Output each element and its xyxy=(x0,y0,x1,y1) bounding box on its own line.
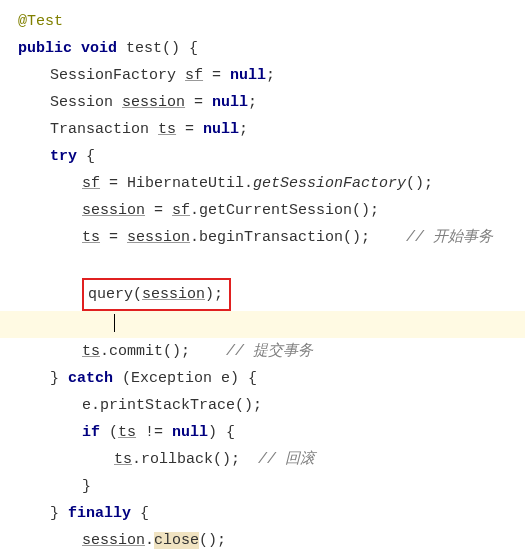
print-stack: e.printStackTrace(); xyxy=(82,397,262,414)
var-session: session xyxy=(127,229,190,246)
type: Session xyxy=(50,94,113,111)
keyword-null: null xyxy=(172,424,208,441)
static-call: getSessionFactory xyxy=(253,175,406,192)
var-ts: ts xyxy=(82,343,100,360)
code-line: public void test() { xyxy=(18,35,525,62)
keyword-null: null xyxy=(203,121,239,138)
code-line: ts.rollback(); // 回滚 xyxy=(18,446,525,473)
var-session: session xyxy=(82,202,145,219)
code-line: SessionFactory sf = null; xyxy=(18,62,525,89)
var-ts: ts xyxy=(82,229,100,246)
var-ts: ts xyxy=(158,121,176,138)
highlight-box: query(session); xyxy=(82,278,231,311)
keyword-catch: catch xyxy=(68,370,113,387)
var-session: session xyxy=(142,286,205,303)
keyword-null: null xyxy=(230,67,266,84)
brace: } xyxy=(82,478,91,495)
code-line: session.close(); xyxy=(18,527,525,554)
text-cursor-icon xyxy=(114,314,115,332)
code-line: Session session = null; xyxy=(18,89,525,116)
var-ts: ts xyxy=(114,451,132,468)
code-line: } xyxy=(18,473,525,500)
code-line xyxy=(18,251,525,278)
keyword-public: public xyxy=(18,40,72,57)
code-line: Transaction ts = null; xyxy=(18,116,525,143)
code-line: try { xyxy=(18,143,525,170)
code-line: sf = HibernateUtil.getSessionFactory(); xyxy=(18,170,525,197)
var-ts: ts xyxy=(118,424,136,441)
comment: // 提交事务 xyxy=(226,343,313,360)
var-session: session xyxy=(82,532,145,549)
method-name: test xyxy=(126,40,162,57)
code-line-cursor[interactable] xyxy=(0,311,525,338)
keyword-finally: finally xyxy=(68,505,131,522)
keyword-if: if xyxy=(82,424,100,441)
var-sf: sf xyxy=(185,67,203,84)
code-line: e.printStackTrace(); xyxy=(18,392,525,419)
comment: // 回滚 xyxy=(258,451,315,468)
keyword-null: null xyxy=(212,94,248,111)
var-sf: sf xyxy=(172,202,190,219)
type: SessionFactory xyxy=(50,67,176,84)
code-line: ts = session.beginTransaction(); // 开始事务 xyxy=(18,224,525,251)
var-sf: sf xyxy=(82,175,100,192)
keyword-void: void xyxy=(81,40,117,57)
code-line: @Test xyxy=(18,8,525,35)
code-line: ts.commit(); // 提交事务 xyxy=(18,338,525,365)
type: Transaction xyxy=(50,121,149,138)
keyword-try: try xyxy=(50,148,77,165)
var-session: session xyxy=(122,94,185,111)
highlight-close: close xyxy=(154,532,199,549)
code-line: } catch (Exception e) { xyxy=(18,365,525,392)
annotation: @Test xyxy=(18,13,63,30)
brace: { xyxy=(189,40,198,57)
parens: () xyxy=(162,40,180,57)
code-line: } finally { xyxy=(18,500,525,527)
fn-query: query xyxy=(88,286,133,303)
code-line-highlight: query(session); xyxy=(18,278,525,311)
code-line: if (ts != null) { xyxy=(18,419,525,446)
code-line: session = sf.getCurrentSession(); xyxy=(18,197,525,224)
comment: // 开始事务 xyxy=(406,229,493,246)
